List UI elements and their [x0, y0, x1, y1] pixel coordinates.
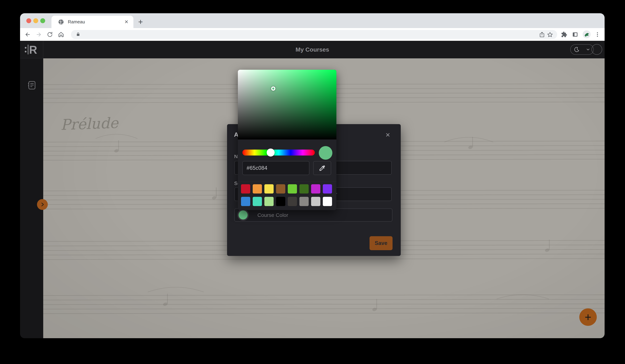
swatch-49dcba[interactable]	[253, 197, 262, 206]
back-icon[interactable]	[24, 30, 31, 38]
swatch-6fcd36[interactable]	[288, 184, 297, 193]
saturation-area[interactable]	[238, 70, 336, 139]
moon-icon	[574, 47, 580, 53]
swatch-010101[interactable]	[276, 197, 285, 206]
forward-icon[interactable]	[35, 30, 43, 38]
eyedropper-button[interactable]	[313, 161, 331, 175]
traffic-close-button[interactable]	[26, 18, 31, 23]
user-avatar[interactable]	[592, 44, 602, 55]
lock-icon	[75, 32, 81, 37]
swatch-3484d8[interactable]	[241, 197, 250, 206]
hue-slider-handle[interactable]	[267, 149, 275, 156]
browser-menu-icon[interactable]	[594, 31, 601, 38]
sidebar-item-courses[interactable]	[28, 81, 36, 90]
swatch-f6e14b[interactable]	[264, 184, 274, 193]
reload-icon[interactable]	[46, 30, 54, 38]
add-course-fab[interactable]: +	[579, 308, 597, 326]
traffic-minimize-button[interactable]	[33, 18, 38, 23]
address-bar[interactable]	[71, 30, 557, 39]
swatch-c9132b[interactable]	[241, 184, 250, 193]
swatch-7d30f2[interactable]	[323, 184, 332, 193]
browser-tab[interactable]: Rameau ✕	[51, 16, 133, 28]
swatch-bf26cf[interactable]	[311, 184, 320, 193]
swatch-3c6d1d[interactable]	[299, 184, 309, 193]
save-button[interactable]: Save	[370, 236, 393, 250]
home-icon[interactable]	[57, 30, 65, 38]
app-logo[interactable]: R	[20, 41, 43, 58]
browser-profile-avatar[interactable]	[583, 30, 591, 38]
tab-close-icon[interactable]: ✕	[123, 19, 129, 25]
color-picker-popup	[238, 70, 336, 210]
share-icon[interactable]	[539, 31, 545, 38]
swatch-grid	[241, 184, 333, 206]
bookmark-star-icon[interactable]	[547, 31, 553, 38]
sidebar	[20, 59, 43, 338]
course-color-swatch[interactable]	[239, 211, 248, 219]
color-preview-circle	[319, 146, 332, 160]
side-panel-icon[interactable]	[571, 31, 579, 38]
theme-toggle-button[interactable]	[570, 44, 594, 55]
swatch-3e3b39[interactable]	[288, 197, 297, 206]
traffic-zoom-button[interactable]	[40, 18, 45, 23]
globe-favicon-icon	[58, 19, 64, 25]
swatch-8e5a2a[interactable]	[276, 184, 285, 193]
swatch-a9e18e[interactable]	[264, 197, 274, 206]
swatch-898785[interactable]	[299, 197, 309, 206]
swatch-c7c7c7[interactable]	[311, 197, 320, 206]
sidebar-expand-button[interactable]	[37, 199, 48, 210]
swatch-ffffff[interactable]	[323, 197, 332, 206]
new-tab-button[interactable]: +	[135, 17, 146, 27]
extensions-icon[interactable]	[561, 31, 568, 38]
chevron-down-icon	[586, 47, 590, 52]
tab-title: Rameau	[68, 19, 85, 25]
course-color-field[interactable]: Course Color	[234, 209, 392, 222]
chevron-right-icon	[40, 202, 45, 207]
page-title: My Courses	[20, 41, 605, 58]
course-color-label: Course Color	[257, 209, 288, 221]
hue-slider[interactable]	[242, 150, 315, 155]
tab-strip: Rameau ✕ +	[20, 13, 605, 28]
dialog-close-icon[interactable]: ✕	[384, 131, 392, 139]
svg-text:R: R	[29, 44, 37, 55]
hex-color-input[interactable]	[242, 161, 309, 175]
saturation-cursor[interactable]	[271, 87, 275, 91]
eyedropper-icon	[319, 164, 326, 172]
app-top-bar: R My Courses	[20, 41, 605, 59]
swatch-f0973b[interactable]	[253, 184, 262, 193]
browser-toolbar	[20, 28, 605, 41]
browser-window: Rameau ✕ +	[20, 13, 605, 338]
